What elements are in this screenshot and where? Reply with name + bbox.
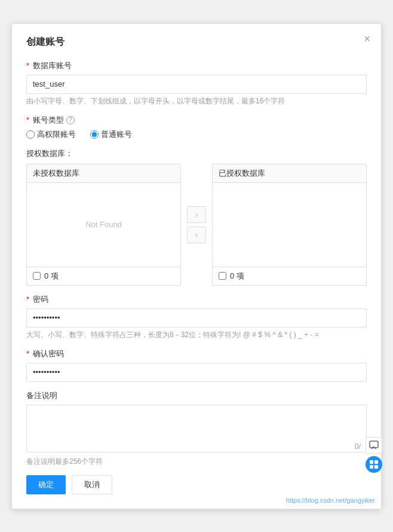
db-account-label: * 数据库账号	[26, 60, 367, 71]
transfer-right-icon: ›	[195, 210, 198, 219]
authorized-db-panel: 已授权数据库 0 项	[212, 164, 367, 286]
transfer-right-button[interactable]: ›	[187, 206, 206, 223]
db-account-field: * 数据库账号 由小写字母、数字、下划线组成，以字母开头，以字母或数字结尾，最多…	[26, 60, 367, 106]
watermark: https://blog.csdn.net/gangyiker	[286, 497, 375, 504]
remark-field: 备注说明 0/ 备注说明最多256个字符	[26, 390, 367, 467]
svg-rect-1	[370, 460, 373, 464]
grid-icon[interactable]	[366, 456, 382, 473]
db-transfer-panel: 未授权数据库 Not Found 0 项 › ‹	[26, 164, 367, 286]
unauthorized-db-header: 未授权数据库	[27, 164, 180, 183]
authorized-db-label: 授权数据库：	[26, 148, 367, 159]
close-button[interactable]: ×	[364, 33, 370, 44]
required-star-pwd: *	[26, 295, 29, 304]
db-transfer-controls: › ‹	[181, 164, 212, 286]
unauthorized-select-all[interactable]	[33, 272, 41, 280]
radio-normal-input[interactable]	[90, 130, 99, 139]
authorized-select-all[interactable]	[219, 272, 226, 280]
radio-high-privilege-input[interactable]	[26, 130, 35, 139]
confirm-password-input[interactable]	[26, 363, 367, 382]
required-star-db: *	[26, 61, 29, 70]
cancel-button[interactable]: 取消	[72, 475, 112, 494]
remark-input[interactable]	[26, 405, 367, 452]
chat-icon[interactable]	[366, 437, 382, 454]
account-type-field: * 账号类型 ? 高权限账号 普通账号	[26, 115, 367, 140]
textarea-count: 0/	[355, 442, 361, 451]
confirm-button[interactable]: 确定	[26, 475, 66, 494]
svg-rect-4	[374, 465, 378, 469]
password-hint: 大写、小写、数字、特殊字符占三种，长度为8－32位；特殊字符为! @ # $ %…	[26, 330, 367, 340]
remark-label: 备注说明	[26, 390, 367, 401]
required-star-type: *	[26, 115, 29, 124]
password-input[interactable]	[26, 308, 367, 328]
help-icon[interactable]: ?	[66, 116, 75, 124]
footer-buttons: 确定 取消	[26, 475, 367, 494]
transfer-left-icon: ‹	[195, 230, 198, 240]
dialog-title: 创建账号	[26, 36, 367, 48]
unauthorized-empty-text: Not Found	[85, 220, 122, 229]
svg-rect-3	[370, 465, 373, 469]
db-account-hint: 由小写字母、数字、下划线组成，以字母开头，以字母或数字结尾，最多16个字符	[26, 96, 367, 106]
authorized-count: 0 项	[230, 271, 244, 282]
float-icon-group	[366, 437, 382, 473]
db-account-input[interactable]	[26, 75, 367, 94]
textarea-wrapper: 0/	[26, 405, 367, 454]
unauthorized-db-body: Not Found	[27, 183, 180, 267]
authorized-db-footer: 0 项	[213, 267, 366, 285]
confirm-password-label: * 确认密码	[26, 348, 367, 359]
account-type-radio-group: 高权限账号 普通账号	[26, 129, 367, 140]
unauthorized-count: 0 项	[44, 271, 59, 282]
authorized-db-header: 已授权数据库	[213, 164, 366, 183]
transfer-left-button[interactable]: ‹	[187, 227, 206, 243]
password-label: * 密码	[26, 294, 367, 305]
unauthorized-db-panel: 未授权数据库 Not Found 0 项	[26, 164, 181, 286]
password-field: * 密码 大写、小写、数字、特殊字符占三种，长度为8－32位；特殊字符为! @ …	[26, 294, 367, 340]
radio-normal-label: 普通账号	[101, 129, 132, 140]
confirm-password-field: * 确认密码	[26, 348, 367, 382]
remark-hint: 备注说明最多256个字符	[26, 457, 367, 467]
unauthorized-db-footer: 0 项	[27, 267, 180, 285]
authorized-db-field: 授权数据库： 未授权数据库 Not Found 0 项 › ‹	[26, 148, 367, 286]
create-account-dialog: 创建账号 × * 数据库账号 由小写字母、数字、下划线组成，以字母开头，以字母或…	[11, 23, 382, 509]
radio-high-privilege-label: 高权限账号	[37, 129, 76, 140]
authorized-db-body	[213, 183, 366, 267]
radio-high-privilege[interactable]: 高权限账号	[26, 129, 76, 140]
radio-normal[interactable]: 普通账号	[90, 129, 132, 140]
account-type-label: * 账号类型 ?	[26, 115, 367, 126]
required-star-confirm: *	[26, 349, 29, 358]
svg-rect-2	[374, 460, 378, 464]
